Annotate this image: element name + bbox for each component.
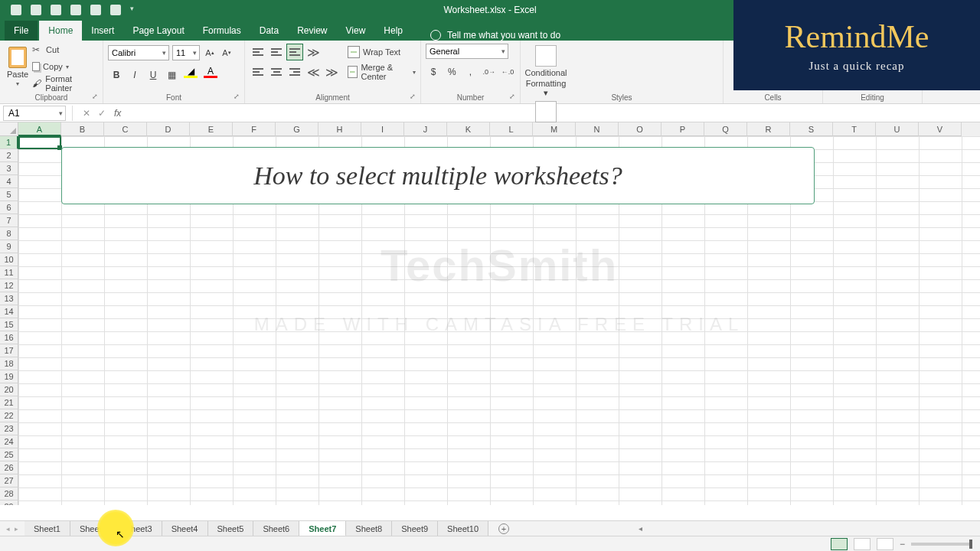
tab-view[interactable]: View	[337, 21, 375, 41]
zoom-out-button[interactable]: −	[900, 539, 905, 549]
column-header-N[interactable]: N	[576, 122, 619, 136]
column-header-E[interactable]: E	[190, 122, 233, 136]
select-all-triangle[interactable]	[0, 122, 18, 136]
tab-help[interactable]: Help	[374, 21, 412, 41]
qat-autosave-icon[interactable]	[31, 5, 41, 15]
row-header-10[interactable]: 10	[0, 253, 18, 266]
tab-data[interactable]: Data	[250, 21, 288, 41]
row-header-3[interactable]: 3	[0, 162, 18, 175]
tab-file[interactable]: File	[5, 21, 38, 41]
row-header-1[interactable]: 1	[0, 136, 18, 149]
column-header-P[interactable]: P	[662, 122, 704, 136]
borders-button[interactable]: ▦	[163, 67, 180, 83]
row-header-22[interactable]: 22	[0, 409, 18, 422]
row-header-13[interactable]: 13	[0, 292, 18, 305]
column-header-F[interactable]: F	[233, 122, 276, 136]
column-header-I[interactable]: I	[361, 122, 404, 136]
grow-font-button[interactable]: A▴	[203, 45, 217, 60]
paste-button[interactable]: Paste ▾	[5, 42, 31, 91]
conditional-formatting-button[interactable]: Conditional Formatting ▾	[525, 42, 567, 98]
column-header-G[interactable]: G	[276, 122, 318, 136]
increase-indent-button[interactable]: ≫	[323, 64, 340, 80]
row-header-18[interactable]: 18	[0, 357, 18, 370]
row-header-25[interactable]: 25	[0, 448, 18, 461]
align-bottom-button[interactable]	[286, 44, 303, 60]
qat-touch-icon[interactable]	[90, 5, 101, 15]
row-header-16[interactable]: 16	[0, 331, 18, 344]
italic-button[interactable]: I	[126, 67, 143, 83]
percent-button[interactable]: %	[444, 64, 459, 80]
view-page-break-button[interactable]	[877, 538, 893, 550]
row-header-27[interactable]: 27	[0, 474, 18, 487]
qat-save-icon[interactable]	[11, 5, 21, 15]
cut-button[interactable]: Cut	[32, 42, 98, 57]
align-middle-button[interactable]	[268, 44, 285, 60]
row-header-19[interactable]: 19	[0, 370, 18, 383]
column-header-J[interactable]: J	[404, 122, 447, 136]
accept-formula-icon[interactable]: ✓	[94, 106, 109, 121]
column-header-C[interactable]: C	[104, 122, 147, 136]
qat-redo-icon[interactable]	[70, 5, 81, 15]
decrease-indent-button[interactable]: ≪	[305, 64, 322, 80]
column-header-S[interactable]: S	[790, 122, 833, 136]
row-header-6[interactable]: 6	[0, 201, 18, 214]
sheet-tab-sheet5[interactable]: Sheet5	[208, 521, 254, 536]
zoom-slider[interactable]	[911, 543, 972, 546]
row-header-7[interactable]: 7	[0, 214, 18, 227]
tab-home[interactable]: Home	[39, 21, 82, 41]
increase-decimal-button[interactable]: .0→	[482, 64, 497, 80]
tab-insert[interactable]: Insert	[82, 21, 123, 41]
merge-center-button[interactable]: Merge & Center▾	[348, 64, 416, 80]
sheet-tab-sheet8[interactable]: Sheet8	[346, 521, 392, 536]
new-sheet-button[interactable]: +	[496, 521, 511, 536]
accounting-format-button[interactable]: $	[426, 64, 441, 80]
underline-button[interactable]: U	[145, 67, 162, 83]
row-header-5[interactable]: 5	[0, 188, 18, 201]
active-cell[interactable]	[18, 136, 61, 149]
qat-customize-icon[interactable]: ▾	[130, 5, 134, 15]
view-page-layout-button[interactable]	[854, 538, 871, 550]
column-header-V[interactable]: V	[919, 122, 962, 136]
sheet-tab-sheet3[interactable]: Sheet3	[116, 521, 162, 536]
align-center-button[interactable]	[268, 64, 285, 80]
row-header-23[interactable]: 23	[0, 422, 18, 435]
fill-color-button[interactable]: ◢	[181, 67, 200, 83]
row-header-12[interactable]: 12	[0, 279, 18, 292]
sheet-tab-sheet9[interactable]: Sheet9	[392, 521, 438, 536]
column-header-M[interactable]: M	[533, 122, 576, 136]
row-header-17[interactable]: 17	[0, 344, 18, 357]
column-header-K[interactable]: K	[447, 122, 490, 136]
number-launcher-icon[interactable]: ⤢	[509, 93, 518, 102]
alignment-launcher-icon[interactable]: ⤢	[410, 93, 419, 102]
column-header-B[interactable]: B	[61, 122, 104, 136]
row-header-9[interactable]: 9	[0, 240, 18, 253]
sheet-tab-sheet6[interactable]: Sheet6	[253, 521, 299, 536]
font-size-combo[interactable]: 11	[172, 45, 200, 60]
column-header-U[interactable]: U	[876, 122, 919, 136]
tab-review[interactable]: Review	[288, 21, 336, 41]
column-header-O[interactable]: O	[619, 122, 662, 136]
wrap-text-button[interactable]: Wrap Text	[348, 44, 416, 60]
sheet-nav[interactable]: ◂▸	[0, 525, 24, 533]
number-format-combo[interactable]: General	[426, 44, 508, 59]
name-box[interactable]: A1	[3, 106, 66, 121]
fx-icon[interactable]: fx	[114, 108, 121, 119]
column-header-A[interactable]: A	[18, 122, 61, 136]
decrease-decimal-button[interactable]: ←.0	[500, 64, 515, 80]
clipboard-launcher-icon[interactable]: ⤢	[92, 93, 101, 102]
font-launcher-icon[interactable]: ⤢	[234, 93, 243, 102]
row-header-21[interactable]: 21	[0, 396, 18, 409]
view-normal-button[interactable]	[831, 538, 848, 550]
row-header-26[interactable]: 26	[0, 461, 18, 474]
column-header-L[interactable]: L	[490, 122, 533, 136]
font-color-button[interactable]: A	[201, 67, 220, 83]
align-right-button[interactable]	[286, 64, 303, 80]
format-painter-button[interactable]: Format Painter	[32, 76, 98, 91]
column-header-D[interactable]: D	[147, 122, 190, 136]
tab-formulas[interactable]: Formulas	[194, 21, 250, 41]
column-header-H[interactable]: H	[318, 122, 361, 136]
sheet-tab-sheet1[interactable]: Sheet1	[24, 521, 70, 536]
row-header-8[interactable]: 8	[0, 227, 18, 240]
cancel-formula-icon[interactable]: ✕	[79, 106, 94, 121]
row-header-14[interactable]: 14	[0, 305, 18, 318]
